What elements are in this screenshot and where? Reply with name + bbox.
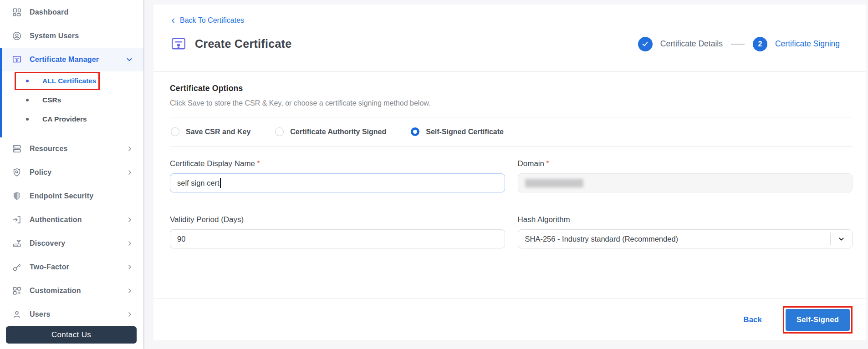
chevron-right-icon: [126, 240, 133, 247]
card-header: Back To Certificates Create Certificate …: [153, 5, 866, 72]
sidebar-item-users[interactable]: Users: [0, 303, 143, 326]
sidebar-item-customization[interactable]: Customization: [0, 279, 143, 303]
sidebar-item-ca-providers[interactable]: CA Providers: [0, 110, 143, 129]
field-domain: Domain*: [518, 159, 853, 192]
radio-save-csr-and-key[interactable]: Save CSR and Key: [171, 127, 250, 136]
sidebar-item-all-certificates[interactable]: ALL Certificates: [0, 71, 143, 91]
card-footer: Back Self-Signed: [153, 298, 866, 340]
sidebar-item-dashboard[interactable]: Dashboard: [0, 0, 143, 24]
discovery-icon: [12, 238, 22, 248]
bullet-icon: [26, 118, 29, 121]
create-certificate-card: Back To Certificates Create Certificate …: [153, 5, 866, 340]
policy-icon: [12, 167, 22, 177]
sidebar-item-discovery[interactable]: Discovery: [0, 232, 143, 255]
endpoint-security-icon: [12, 191, 22, 201]
sidebar: Dashboard System Users Certificate Manag…: [0, 0, 144, 349]
sidebar-subitem-label: CSRs: [42, 96, 61, 104]
certificate-display-name-input[interactable]: self sign cert: [170, 173, 505, 192]
form-fields: Certificate Display Name* self sign cert…: [170, 159, 853, 248]
sidebar-subitem-label: ALL Certificates: [42, 77, 97, 85]
field-label-text: Domain: [518, 159, 545, 168]
chevron-right-icon: [126, 287, 133, 294]
field-label-text: Validity Period (Days): [170, 215, 244, 224]
sidebar-item-two-factor[interactable]: Two-Factor: [0, 255, 143, 279]
radio-self-signed-certificate[interactable]: Self-Signed Certificate: [411, 127, 504, 136]
chevron-right-icon: [126, 169, 133, 176]
back-button[interactable]: Back: [743, 315, 762, 324]
field-validity-period: Validity Period (Days) 90: [170, 215, 505, 248]
chevron-right-icon: [126, 216, 133, 223]
customization-icon: [12, 286, 22, 296]
field-label: Validity Period (Days): [170, 215, 505, 224]
field-certificate-display-name: Certificate Display Name* self sign cert: [170, 159, 505, 192]
resources-icon: [12, 144, 22, 154]
input-value: self sign cert: [177, 179, 220, 187]
sidebar-nav: Dashboard System Users Certificate Manag…: [0, 0, 143, 326]
select-controls: [830, 230, 852, 248]
main-content: Back To Certificates Create Certificate …: [144, 0, 868, 349]
contact-us-button[interactable]: Contact Us: [6, 326, 137, 344]
bullet-icon: [26, 99, 29, 101]
radio-unselected-icon: [275, 127, 284, 136]
chevron-left-icon: [170, 17, 177, 24]
sidebar-item-label: Customization: [30, 287, 81, 295]
radio-label: Certificate Authority Signed: [290, 128, 386, 136]
radio-label: Save CSR and Key: [186, 128, 250, 136]
sidebar-subitem-label: CA Providers: [42, 115, 87, 123]
sidebar-item-resources[interactable]: Resources: [0, 137, 143, 161]
radio-label: Self-Signed Certificate: [426, 128, 504, 136]
field-hash-algorithm: Hash Algorithm SHA-256 - Industry standa…: [518, 215, 853, 248]
chevron-right-icon: [126, 263, 133, 271]
divider: [170, 146, 853, 147]
authentication-icon: [12, 215, 22, 225]
validity-period-input[interactable]: 90: [170, 229, 505, 248]
sidebar-item-policy[interactable]: Policy: [0, 161, 143, 184]
signing-method-radio-group: Save CSR and Key Certificate Authority S…: [170, 117, 853, 146]
sidebar-item-label: Policy: [30, 168, 51, 177]
domain-input: [518, 173, 853, 192]
input-value: 90: [177, 235, 185, 243]
back-to-certificates-link[interactable]: Back To Certificates: [170, 16, 244, 25]
back-link-label: Back To Certificates: [180, 16, 244, 25]
system-users-icon: [12, 31, 22, 41]
radio-unselected-icon: [171, 127, 179, 136]
field-label: Domain*: [518, 159, 853, 168]
step-label-certificate-details: Certificate Details: [660, 39, 723, 49]
sidebar-item-label: Endpoint Security: [30, 192, 93, 200]
users-icon: [12, 309, 22, 319]
active-section-indicator: [0, 48, 2, 137]
sidebar-item-authentication[interactable]: Authentication: [0, 208, 143, 232]
sidebar-item-endpoint-security[interactable]: Endpoint Security: [0, 184, 143, 208]
redacted-domain-value: [525, 179, 583, 187]
sidebar-item-label: Resources: [30, 145, 68, 153]
sidebar-item-label: Users: [30, 310, 50, 319]
text-cursor: [220, 178, 221, 188]
field-label-text: Hash Algorithm: [518, 215, 570, 224]
two-factor-icon: [12, 262, 22, 272]
chevron-down-icon: [831, 235, 852, 243]
sidebar-item-label: System Users: [30, 32, 79, 40]
sidebar-item-certificate-manager[interactable]: Certificate Manager: [0, 48, 143, 71]
step-label-certificate-signing: Certificate Signing: [775, 39, 840, 49]
card-body: Certificate Options Click Save to store …: [153, 72, 866, 298]
field-label-text: Certificate Display Name: [170, 159, 255, 168]
hash-algorithm-select[interactable]: SHA-256 - Industry standard (Recommended…: [518, 229, 853, 248]
bullet-icon: [26, 80, 29, 82]
self-signed-submit-button[interactable]: Self-Signed: [786, 309, 850, 331]
title-row: Create Certificate Certificate Details 2…: [170, 36, 853, 52]
step-number-badge: 2: [753, 37, 767, 51]
field-label: Certificate Display Name*: [170, 159, 505, 168]
select-value: SHA-256 - Industry standard (Recommended…: [525, 235, 679, 243]
sidebar-item-system-users[interactable]: System Users: [0, 24, 143, 48]
section-title: Certificate Options: [170, 84, 853, 93]
field-label: Hash Algorithm: [518, 215, 853, 224]
step-separator: [731, 44, 745, 45]
radio-certificate-authority-signed[interactable]: Certificate Authority Signed: [275, 127, 386, 136]
certificate-manager-icon: [12, 55, 22, 65]
sidebar-item-label: Authentication: [30, 216, 82, 224]
sidebar-item-csrs[interactable]: CSRs: [0, 91, 143, 110]
sidebar-item-label: Discovery: [30, 239, 65, 248]
app-window: Dashboard System Users Certificate Manag…: [0, 0, 868, 349]
annotation-box: ALL Certificates: [15, 72, 100, 90]
step-complete-icon: [638, 37, 653, 51]
